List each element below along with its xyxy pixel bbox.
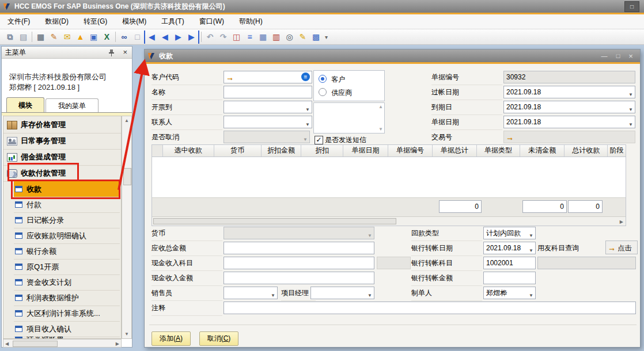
next-record-icon[interactable]: ▶ — [172, 30, 185, 44]
column-header[interactable]: 单据编号 — [388, 145, 433, 157]
scrollbar-thumb[interactable] — [123, 168, 131, 185]
cash-account-input[interactable] — [223, 257, 374, 269]
dialog-minimize-icon[interactable]: — — [598, 51, 610, 60]
tab-modules[interactable]: 模块 — [6, 97, 44, 112]
window-control-button[interactable]: □ — [624, 1, 639, 12]
sidebar-item-cash-plan[interactable]: 资金收支计划 — [14, 274, 120, 291]
dropdown-icon[interactable]: ▼ — [529, 245, 533, 257]
sidebar-item-bank-balance[interactable]: 银行余额 — [14, 243, 120, 260]
column-header[interactable]: 折扣金额 — [262, 145, 302, 157]
scrollbar-thumb[interactable] — [13, 341, 58, 347]
sidebar-item-region-profit[interactable]: 大区利润计算非系统... — [14, 306, 120, 322]
pin-icon[interactable] — [108, 49, 115, 56]
address-textarea[interactable]: ▲ ▼ — [313, 102, 385, 133]
edit-document-icon[interactable]: ✎ — [47, 30, 60, 44]
sidebar-item-project-income[interactable]: 项目收入确认 — [14, 321, 120, 337]
bank-account-input[interactable]: 1002001 — [483, 257, 536, 269]
sidebar-item-ar-detail-confirm[interactable]: 应收账款明细确认 — [14, 228, 120, 244]
table-horizontal-scrollbar[interactable]: ▶ — [152, 216, 626, 226]
posting-date-select[interactable]: 2021.09.18▼ — [503, 86, 635, 98]
cash-amount-input[interactable] — [223, 272, 374, 284]
choose-from-list-icon[interactable]: ≡ — [301, 73, 310, 81]
tab-my-menu[interactable]: 我的菜单 — [46, 98, 99, 112]
sidebar-item-journal-entry[interactable]: 日记帐分录 — [14, 212, 120, 228]
add-button[interactable]: 添加(A) — [151, 331, 191, 346]
dropdown-icon[interactable]: ▼ — [368, 290, 372, 302]
scroll-down-icon[interactable]: ▼ — [124, 331, 129, 337]
creator-select[interactable]: 郑熠桦▼ — [483, 287, 536, 299]
column-header[interactable]: 单据类型 — [477, 145, 521, 157]
payment-type-select[interactable]: 计划内回款▼ — [483, 227, 536, 239]
sales-person-select[interactable]: ▼ — [223, 287, 278, 299]
due-date-select[interactable]: 2021.09.18▼ — [503, 101, 635, 113]
column-header[interactable]: 阶段 — [608, 145, 626, 157]
report-icon[interactable]: ▥ — [270, 30, 283, 44]
toolbar-overflow-icon[interactable]: ▾ — [325, 34, 328, 40]
contact-select[interactable]: ▼ — [223, 116, 312, 128]
sidebar-item-payment[interactable]: 付款 — [14, 197, 120, 213]
undo-icon[interactable]: ↶ — [203, 30, 217, 44]
scrollbar-thumb[interactable] — [153, 218, 396, 224]
warning-icon[interactable]: ▲ — [74, 30, 87, 44]
find-icon[interactable]: ∞ — [118, 30, 131, 44]
redo-icon[interactable]: ↷ — [217, 30, 230, 44]
name-input[interactable] — [223, 86, 312, 98]
print-icon[interactable]: ▤ — [17, 30, 30, 44]
radio-selected-icon[interactable] — [319, 75, 327, 83]
grid-settings-icon[interactable]: ▩ — [309, 30, 323, 44]
scroll-right-icon[interactable]: ▶ — [116, 341, 119, 346]
doc-date-select[interactable]: 2021.09.18▼ — [503, 116, 635, 128]
calculator-icon[interactable]: ▦ — [34, 30, 47, 44]
table-icon[interactable]: ▦ — [256, 30, 270, 44]
menu-data[interactable]: 数据(D) — [37, 14, 76, 29]
menu-tools[interactable]: 工具(T) — [154, 14, 191, 29]
module-daily-affairs[interactable]: 日常事务管理 — [3, 133, 121, 150]
sms-checkbox[interactable]: ✓ — [315, 136, 323, 144]
radio-customer[interactable]: 客户 — [319, 75, 345, 85]
column-header[interactable]: 单据总计 — [433, 145, 477, 157]
sidebar-item-q1-invoice[interactable]: 原Q1开票 — [14, 259, 120, 275]
dropdown-icon[interactable]: ▼ — [271, 290, 275, 302]
dialog-maximize-icon[interactable]: □ — [612, 51, 624, 60]
query-icon[interactable]: ◎ — [283, 30, 296, 44]
module-inventory-price[interactable]: 库存价格管理 — [3, 117, 121, 133]
project-manager-select[interactable]: ▼ — [310, 287, 374, 299]
column-header[interactable]: 选中收款 — [163, 145, 214, 157]
column-header[interactable]: 总计收款 — [565, 145, 608, 157]
menu-file[interactable]: 文件(F) — [0, 14, 37, 29]
table-body-empty[interactable] — [152, 157, 626, 197]
sidebar-horizontal-scrollbar[interactable]: ◀ ▶ — [3, 339, 122, 348]
yonyou-query-button[interactable]: → 点击 — [605, 241, 638, 254]
dropdown-icon[interactable]: ▼ — [305, 119, 310, 131]
menu-window[interactable]: 窗口(W) — [192, 14, 232, 29]
column-header[interactable]: 货币 — [214, 145, 262, 157]
new-document-icon[interactable]: □ — [131, 30, 144, 44]
scroll-left-icon[interactable]: ◀ — [5, 341, 9, 346]
remark-input[interactable] — [223, 302, 636, 314]
dropdown-icon[interactable]: ▼ — [628, 89, 633, 101]
column-header[interactable]: 折扣 — [301, 145, 343, 157]
bill-to-select[interactable]: ▼ — [223, 101, 312, 113]
dropdown-icon[interactable]: ▼ — [628, 104, 633, 116]
hierarchy-icon[interactable]: ◫ — [230, 30, 243, 44]
scroll-up-icon[interactable]: ▲ — [124, 118, 129, 123]
bank-amount-input[interactable] — [483, 272, 536, 284]
menu-goto[interactable]: 转至(G) — [76, 14, 115, 29]
dropdown-icon[interactable]: ▼ — [529, 290, 533, 302]
list-icon[interactable]: ≡ — [243, 30, 256, 44]
panel-close-icon[interactable]: × — [123, 48, 127, 56]
scroll-right-icon[interactable]: ▶ — [620, 219, 623, 224]
scroll-up-icon[interactable]: ▲ — [378, 104, 383, 109]
first-record-icon[interactable]: ◀ — [144, 30, 158, 44]
dialog-close-icon[interactable]: × — [625, 51, 637, 60]
radio-unselected-icon[interactable] — [319, 88, 327, 96]
sidebar-item-profit-data[interactable]: 利润表数据维护 — [14, 290, 120, 306]
radio-vendor[interactable]: 供应商 — [319, 88, 352, 98]
cancel-button[interactable]: 取消(C) — [199, 331, 238, 346]
excel-export-icon[interactable]: X — [100, 30, 113, 44]
sidebar-vertical-scrollbar[interactable]: ▲ ▼ — [122, 116, 132, 339]
scroll-down-icon[interactable]: ▼ — [378, 127, 383, 132]
bank-date-select[interactable]: 2021.09.18▼ — [483, 242, 536, 254]
receivable-total-input[interactable] — [223, 242, 374, 254]
link-arrow-icon[interactable]: → — [224, 73, 234, 82]
